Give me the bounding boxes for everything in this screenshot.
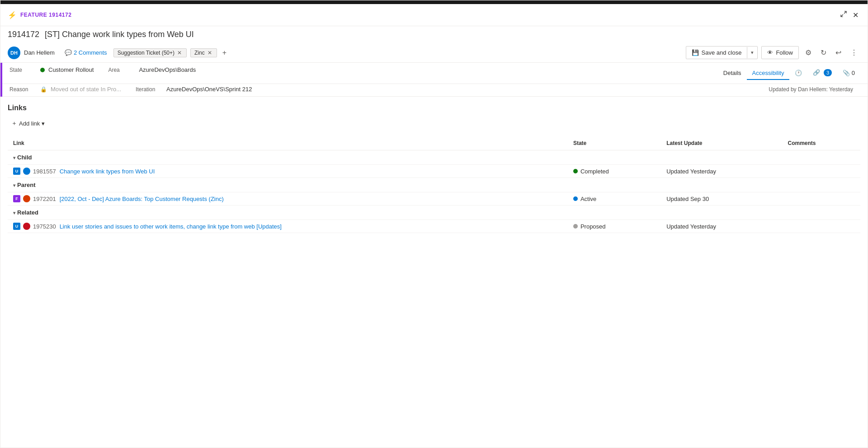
links-section-title: Links [8, 104, 860, 112]
state-dot [573, 224, 578, 229]
area-label: Area [108, 67, 135, 73]
state-label: State [9, 67, 37, 73]
meta-row: State Customer Rollout Area AzureDevOps\… [2, 63, 868, 84]
table-row: U 1981557 Change work link types from We… [8, 165, 860, 178]
avatar: DH [8, 47, 20, 59]
feature-header: ⚡ FEATURE 1914172 ✕ [0, 4, 868, 26]
follow-icon: 👁 [767, 49, 773, 56]
comments-button[interactable]: 💬 2 Comments [62, 48, 110, 57]
item-title[interactable]: Link user stories and issues to other wo… [60, 223, 282, 230]
item-avatar [23, 168, 30, 175]
state-indicator [40, 68, 45, 72]
work-item-type-icon: U [13, 168, 20, 175]
add-tag-button[interactable]: + [221, 48, 228, 58]
iteration-field: Iteration AzureDevOps\OneVS\Sprint 212 [136, 86, 252, 93]
group-name: Parent [17, 182, 35, 188]
attachments-badge: 0 [852, 70, 855, 76]
links-table: Link State Latest Update Comments ▾Child… [8, 136, 860, 233]
add-link-chevron: ▾ [42, 120, 45, 127]
tag-suggestion-label: Suggestion Ticket (50+) [118, 50, 175, 56]
close-button[interactable]: ✕ [851, 9, 860, 21]
state-text: Proposed [580, 223, 606, 230]
add-link-button[interactable]: ＋ Add link ▾ [8, 117, 48, 129]
item-comments [783, 165, 860, 178]
more-button[interactable]: ⋮ [848, 46, 860, 60]
top-black-bar [0, 0, 868, 4]
work-item-title: [ST] Change work link types from Web UI [45, 30, 194, 39]
follow-label: Follow [776, 49, 793, 56]
follow-button[interactable]: 👁 Follow [761, 46, 799, 59]
links-badge: 3 [824, 69, 832, 76]
item-latest-update: Updated Sep 30 [661, 192, 782, 205]
title-row: 1914172 [ST] Change work link types from… [0, 26, 868, 43]
group-chevron: ▾ [13, 155, 15, 160]
add-link-label: Add link [19, 120, 40, 127]
link-item: U 1981557 Change work link types from We… [13, 168, 562, 175]
save-close-group: 💾 Save and close ▾ [686, 46, 758, 59]
item-state: Proposed [573, 223, 656, 230]
tag-zinc: Zinc ✕ [190, 48, 217, 57]
save-close-label: Save and close [702, 49, 742, 56]
iteration-label: Iteration [136, 86, 163, 93]
item-state: Completed [573, 168, 656, 175]
item-avatar [23, 223, 30, 230]
history-icon: 🕐 [795, 70, 802, 76]
item-latest-update: Updated Yesterday [661, 220, 782, 233]
item-avatar [23, 195, 30, 202]
item-comments [783, 220, 860, 233]
tag-zinc-close[interactable]: ✕ [207, 50, 213, 56]
save-close-button[interactable]: 💾 Save and close [686, 47, 747, 59]
item-title[interactable]: Change work link types from Web UI [60, 168, 155, 175]
state-text: Completed [580, 168, 609, 175]
work-item-type-icon: U [13, 223, 20, 230]
item-id: 1981557 [33, 168, 56, 175]
area-value[interactable]: AzureDevOps\Boards [139, 66, 196, 73]
save-icon: 💾 [692, 49, 699, 56]
group-row[interactable]: ▾Child [8, 150, 860, 165]
col-latest-update: Latest Update [661, 136, 782, 150]
link-item: U 1975230 Link user stories and issues t… [13, 223, 562, 230]
feature-label: FEATURE 1914172 [20, 12, 71, 18]
iteration-value[interactable]: AzureDevOps\OneVS\Sprint 212 [166, 86, 252, 93]
item-id: 1972201 [33, 196, 56, 202]
group-row[interactable]: ▾Parent [8, 178, 860, 192]
tag-suggestion-close[interactable]: ✕ [176, 50, 183, 56]
tab-history[interactable]: 🕐 [789, 67, 807, 80]
tab-accessibility[interactable]: Accessibility [747, 67, 790, 80]
col-comments: Comments [783, 136, 860, 150]
col-state: State [568, 136, 661, 150]
tab-attachments[interactable]: 📎 0 [837, 67, 860, 80]
add-link-icon: ＋ [11, 119, 17, 127]
main-content: Links ＋ Add link ▾ Link State Latest Upd… [0, 97, 868, 240]
item-comments [783, 192, 860, 205]
refresh-button[interactable]: ↻ [818, 46, 829, 60]
group-row[interactable]: ▾Related [8, 205, 860, 220]
group-chevron: ▾ [13, 183, 15, 188]
undo-button[interactable]: ↩ [833, 46, 844, 60]
group-name: Related [17, 209, 38, 216]
table-row: U 1975230 Link user stories and issues t… [8, 220, 860, 233]
reason-field: Reason 🔒 Moved out of state In Pro... [9, 86, 121, 93]
expand-button[interactable] [838, 9, 849, 21]
save-close-chevron[interactable]: ▾ [747, 47, 757, 58]
comments-icon: 💬 [65, 49, 72, 56]
work-item-id: 1914172 [8, 30, 39, 39]
area-field: Area AzureDevOps\Boards [108, 66, 196, 73]
state-value[interactable]: Customer Rollout [48, 66, 94, 73]
tab-links[interactable]: 🔗 3 [807, 66, 837, 80]
settings-button[interactable]: ⚙ [802, 46, 814, 60]
state-dot [573, 196, 578, 201]
work-item-type-icon: F [13, 195, 20, 202]
tab-details[interactable]: Details [718, 67, 747, 80]
item-id: 1975230 [33, 223, 56, 230]
reason-label: Reason [9, 86, 37, 93]
table-row: F 1972201 [2022, Oct - Dec] Azure Boards… [8, 192, 860, 205]
state-field: State Customer Rollout [9, 66, 94, 73]
toolbar-row: DH Dan Hellem 💬 2 Comments Suggestion Ti… [0, 43, 868, 63]
tag-zinc-label: Zinc [194, 50, 205, 56]
item-title[interactable]: [2022, Oct - Dec] Azure Boards: Top Cust… [60, 196, 224, 202]
link-item: F 1972201 [2022, Oct - Dec] Azure Boards… [13, 195, 562, 202]
updated-text: Updated by Dan Hellem: Yesterday [769, 86, 853, 93]
meta-row2: Reason 🔒 Moved out of state In Pro... It… [2, 84, 868, 97]
comments-label: 2 Comments [74, 49, 107, 56]
